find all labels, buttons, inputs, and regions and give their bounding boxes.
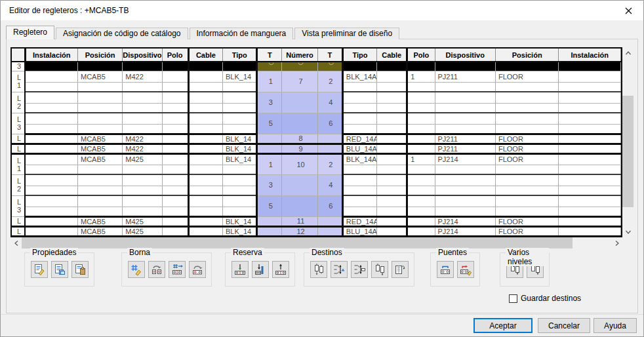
grid-cell[interactable] [559, 124, 621, 134]
grid-cell[interactable] [377, 195, 407, 207]
grid-cell[interactable] [407, 124, 435, 134]
grid-cell[interactable] [223, 113, 257, 124]
grid-cell[interactable] [25, 153, 77, 165]
column-header[interactable]: Número [282, 49, 317, 62]
grid-cell[interactable]: M422 [123, 71, 162, 82]
grid-cell[interactable] [223, 82, 257, 92]
grid-cell[interactable] [559, 71, 621, 82]
grid-cell[interactable] [188, 216, 222, 226]
grid-cell[interactable] [559, 113, 621, 124]
grid-cell[interactable]: RED_14A [342, 216, 376, 226]
grid-cell[interactable] [188, 153, 222, 165]
terminal-number-cell[interactable]: 1 [257, 71, 282, 92]
grid-cell[interactable] [162, 207, 188, 216]
grid-cell[interactable] [407, 113, 435, 124]
grid-cell[interactable] [25, 82, 77, 92]
grid-cell[interactable] [377, 103, 407, 113]
grid-cell[interactable] [25, 71, 77, 82]
grid-cell[interactable]: PJ211 [435, 144, 495, 153]
grid-cell[interactable] [407, 144, 435, 153]
column-header[interactable]: Instalación [559, 49, 621, 62]
grid-cell[interactable] [407, 165, 435, 174]
grid-cell[interactable] [25, 174, 77, 186]
grid-cell[interactable] [223, 195, 257, 207]
terminal-number-cell[interactable]: 7 [282, 71, 317, 92]
grid-cell[interactable] [377, 134, 407, 144]
grid-cell[interactable] [25, 216, 77, 226]
grid-cell[interactable] [223, 124, 257, 134]
edit-properties-button[interactable] [31, 261, 48, 278]
grid-cell[interactable]: PJ211 [435, 134, 495, 144]
grid-cell[interactable]: FLOOR [495, 71, 558, 82]
grid-cell[interactable] [77, 207, 122, 216]
grid-cell[interactable] [77, 92, 122, 103]
grid-cell[interactable] [495, 174, 558, 186]
terminal-number-cell[interactable]: 2 [317, 71, 342, 92]
terminal-number-cell[interactable] [317, 134, 342, 144]
grid-cell[interactable] [123, 124, 162, 134]
grid-cell[interactable] [495, 82, 558, 92]
grid-cell[interactable]: M422 [123, 144, 162, 153]
grid-cell[interactable] [342, 103, 376, 113]
grid-cell[interactable]: MCAB5 [77, 153, 122, 165]
scroll-down-button[interactable] [622, 226, 634, 237]
grid-cell[interactable] [188, 186, 222, 195]
grid-cell[interactable] [188, 103, 222, 113]
grid-cell[interactable]: 1 [407, 71, 435, 82]
grid-cell[interactable] [77, 103, 122, 113]
row-header-cell[interactable]: 3 [12, 62, 25, 71]
grid-cell[interactable] [495, 92, 558, 103]
grid-cell[interactable] [317, 62, 342, 71]
row-header-cell[interactable]: L2 [12, 174, 25, 195]
insert-spacer-button[interactable] [252, 261, 269, 278]
row-header-cell[interactable]: L1 [12, 153, 25, 174]
column-header[interactable]: T [257, 49, 282, 62]
grid-cell[interactable] [162, 103, 188, 113]
grid-cell[interactable] [495, 207, 558, 216]
grid-cell[interactable] [407, 186, 435, 195]
grid-cell[interactable] [407, 195, 435, 207]
grid-cell[interactable] [495, 103, 558, 113]
grid-cell[interactable]: PJ214 [435, 153, 495, 165]
terminal-number-cell[interactable]: 5 [257, 195, 282, 216]
grid-cell[interactable] [123, 195, 162, 207]
grid-cell[interactable] [162, 226, 188, 236]
terminal-number-cell[interactable]: 8 [282, 134, 317, 144]
grid-cell[interactable]: FLOOR [495, 134, 558, 144]
remove-spare-button[interactable] [272, 261, 289, 278]
column-header[interactable]: T [317, 49, 342, 62]
grid-cell[interactable]: BLK_14A [342, 153, 376, 165]
grid-cell[interactable]: BLU_14A [342, 226, 376, 236]
terminal-number-cell[interactable] [317, 144, 342, 153]
grid-cell[interactable] [559, 207, 621, 216]
grid-cell[interactable] [188, 134, 222, 144]
horizontal-scroll-track[interactable] [22, 237, 611, 248]
grid-cell[interactable] [435, 174, 495, 186]
grid-cell[interactable]: BLK_14 [223, 134, 257, 144]
terminal-number-cell[interactable] [257, 134, 282, 144]
grid-cell[interactable] [123, 186, 162, 195]
grid-cell[interactable]: BLK_14 [223, 71, 257, 82]
grid-cell[interactable] [377, 144, 407, 153]
grid-cell[interactable] [559, 92, 621, 103]
grid-cell[interactable] [342, 207, 376, 216]
grid-cell[interactable] [407, 92, 435, 103]
grid-cell[interactable] [188, 174, 222, 186]
grid-cell[interactable] [495, 62, 558, 71]
grid-cell[interactable] [377, 165, 407, 174]
terminal-number-cell[interactable]: 4 [317, 92, 342, 113]
terminal-number-cell[interactable] [257, 216, 282, 226]
grid-cell[interactable] [77, 82, 122, 92]
terminal-number-cell[interactable] [282, 174, 317, 195]
grid-cell[interactable] [377, 92, 407, 103]
grid-cell[interactable] [162, 186, 188, 195]
grid-cell[interactable] [407, 216, 435, 226]
grid-cell[interactable] [162, 153, 188, 165]
grid-cell[interactable] [435, 62, 495, 71]
grid-cell[interactable]: PJ214 [435, 216, 495, 226]
grid-cell[interactable] [162, 71, 188, 82]
grid-cell[interactable] [495, 165, 558, 174]
grid-cell[interactable] [188, 144, 222, 153]
terminal-number-cell[interactable]: 9 [282, 144, 317, 153]
grid-cell[interactable] [188, 226, 222, 236]
